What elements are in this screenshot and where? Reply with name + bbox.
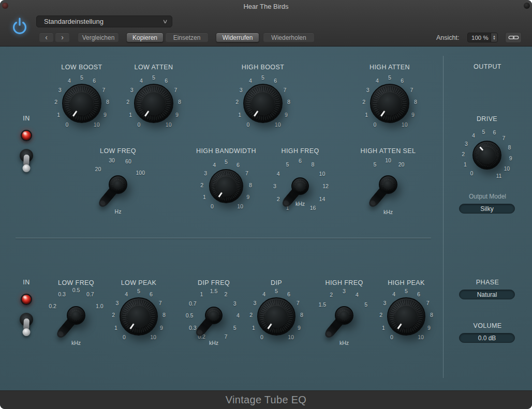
high-freq-top-tick-2: 2 [277, 196, 280, 202]
high-freq-top-tick-3: 3 [273, 183, 276, 189]
low-peak-tick-5: 5 [137, 288, 140, 294]
high-boost-tick-6: 6 [274, 78, 277, 84]
high-atten-tick-10: 10 [402, 122, 408, 128]
volume-select[interactable]: 0.0 dB [459, 333, 515, 343]
high-boost-tick-9: 9 [285, 112, 288, 118]
toggle-tip-icon [23, 328, 31, 336]
dip-freq-tick-0.7: 0.7 [189, 300, 197, 307]
eq-panel: IN IN OUTPUT Output Model Silky PHASE Na… [0, 0, 532, 409]
low-peak-tick-10: 10 [150, 334, 156, 340]
low-peak-label: LOW PEAK [121, 279, 157, 286]
high-atten-sel-hub[interactable] [379, 175, 397, 194]
high-boost-tick-0: 0 [246, 122, 249, 128]
high-freq-bottom-tick-1.5: 1.5 [319, 301, 327, 308]
output-divider [443, 56, 444, 378]
low-peak-tick-0: 0 [123, 334, 126, 340]
low-boost-tick-4: 4 [68, 78, 71, 84]
low-atten-tick-1: 1 [129, 112, 132, 118]
high-atten-tick-2: 2 [362, 99, 365, 105]
dip-freq-tick-1: 1 [200, 291, 203, 297]
high-freq-top-tick-4: 4 [277, 171, 280, 177]
high-peak-tick-8: 8 [430, 312, 433, 318]
high-freq-top-tick-14: 14 [319, 196, 326, 202]
dip-tick-5: 5 [275, 288, 278, 294]
drive-tick-10: 10 [504, 165, 510, 172]
dip-tick-9: 9 [298, 325, 301, 331]
high-freq-bottom-unit: kHz [339, 340, 349, 346]
low-peak-tick-1: 1 [114, 325, 117, 331]
high-bandwidth-tick-7: 7 [245, 170, 248, 176]
high-atten-sel-tick-20: 20 [398, 161, 405, 168]
low-freq-bottom-tick-1.0: 1.0 [96, 303, 104, 309]
drive-tick-0: 0 [470, 170, 473, 176]
low-atten-tick-4: 4 [140, 78, 143, 84]
low-freq-bottom-hub[interactable] [67, 306, 85, 325]
low-atten-tick-9: 9 [175, 112, 179, 118]
high-atten-tick-9: 9 [411, 112, 415, 118]
drive-tick-1: 1 [464, 161, 467, 168]
in-toggle-top[interactable] [16, 148, 37, 173]
low-peak-tick-6: 6 [150, 291, 153, 297]
high-freq-top-label: HIGH FREQ [281, 147, 319, 155]
dip-tick-8: 8 [300, 312, 303, 318]
output-header: OUTPUT [443, 63, 532, 70]
dip-tick-6: 6 [287, 291, 290, 297]
low-freq-top-tick-60: 60 [125, 158, 131, 164]
drive-tick-2: 2 [462, 151, 465, 157]
high-freq-bottom-hub[interactable] [335, 306, 353, 325]
drive-label: DRIVE [477, 115, 497, 123]
high-atten-sel-unit: kHz [383, 209, 393, 215]
in-label-bottom: IN [23, 279, 30, 286]
high-boost-tick-3: 3 [240, 87, 243, 93]
high-freq-top-hub[interactable] [291, 177, 309, 195]
low-boost-tick-2: 2 [54, 99, 57, 105]
high-freq-bottom-tick-3: 3 [343, 288, 346, 294]
low-boost-tick-9: 9 [104, 112, 107, 118]
in-toggle-bottom[interactable] [16, 312, 37, 337]
low-boost-tick-7: 7 [102, 87, 105, 93]
high-peak-tick-9: 9 [427, 325, 431, 331]
high-freq-top-tick-10: 10 [319, 171, 326, 177]
dip-freq-tick-0.5: 0.5 [186, 312, 194, 319]
high-atten-tick-0: 0 [373, 122, 376, 128]
low-freq-bottom-tick-0.2: 0.2 [49, 303, 56, 309]
high-peak-tick-3: 3 [383, 300, 386, 306]
dip-tick-1: 1 [252, 325, 255, 331]
low-peak-tick-2: 2 [112, 312, 115, 318]
high-atten-tick-4: 4 [376, 78, 379, 84]
low-atten-tick-7: 7 [174, 87, 177, 93]
power-lamp-bottom-icon [21, 294, 32, 305]
high-bandwidth-tick-9: 9 [246, 194, 249, 200]
power-lamp-top-icon [21, 130, 32, 141]
high-peak-tick-1: 1 [382, 325, 385, 331]
phase-select[interactable]: Natural [459, 290, 515, 299]
high-boost-tick-10: 10 [275, 122, 281, 128]
low-boost-tick-10: 10 [94, 122, 100, 128]
high-freq-bottom-tick-2: 2 [330, 292, 333, 298]
high-atten-sel-label: HIGH ATTEN SEL [361, 147, 416, 155]
high-atten-tick-3: 3 [366, 87, 370, 93]
high-freq-top-tick-12: 12 [322, 183, 329, 189]
low-boost-tick-5: 5 [80, 74, 83, 81]
low-freq-top-hub[interactable] [109, 175, 127, 194]
high-bandwidth-tick-2: 2 [200, 182, 203, 188]
high-freq-bottom-tick-4: 4 [356, 292, 359, 298]
high-freq-top-tick-5: 5 [286, 161, 289, 168]
low-boost-tick-8: 8 [106, 99, 109, 105]
low-freq-top-tick-20: 20 [95, 166, 101, 172]
low-peak-tick-3: 3 [115, 300, 119, 306]
high-bandwidth-tick-8: 8 [249, 182, 252, 188]
high-atten-tick-8: 8 [414, 99, 417, 105]
drive-tick-5: 5 [482, 129, 485, 135]
output-model-select[interactable]: Silky [459, 204, 515, 214]
dip-freq-tick-4: 4 [237, 312, 240, 319]
high-bandwidth-tick-3: 3 [204, 170, 207, 176]
high-atten-label: HIGH ATTEN [370, 64, 410, 71]
high-peak-tick-2: 2 [379, 312, 382, 318]
plugin-footer: Vintage Tube EQ [0, 390, 532, 409]
high-bandwidth-tick-1: 1 [203, 194, 206, 200]
dip-tick-2: 2 [249, 312, 253, 318]
high-freq-bottom-label: HIGH FREQ [325, 279, 363, 286]
phase-label: PHASE [443, 279, 532, 286]
dip-freq-hub[interactable] [205, 307, 223, 324]
